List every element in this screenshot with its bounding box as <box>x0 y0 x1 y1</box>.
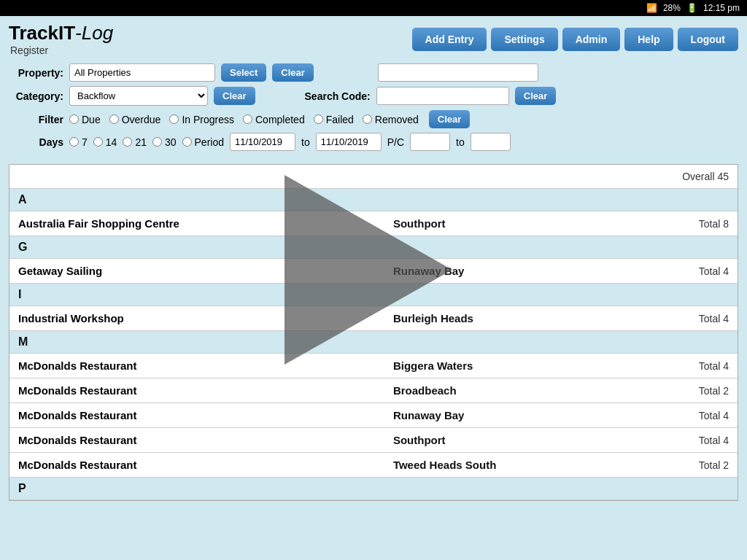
section-letter: A <box>9 189 738 211</box>
filter-removed-label: Removed <box>375 114 419 125</box>
days-row: Days 7 14 21 30 Period to P/C to <box>9 133 738 151</box>
days-21[interactable]: 21 <box>123 136 147 148</box>
row-total: Total 4 <box>638 306 738 331</box>
results-table: Overall 45 A Australia Fair Shopping Cen… <box>9 165 738 500</box>
section-header-row: G <box>9 236 738 259</box>
row-total: Total 2 <box>638 453 738 478</box>
date-to-label: to <box>301 136 310 148</box>
row-total: Total 8 <box>638 211 738 236</box>
table-row[interactable]: McDonalds Restaurant Biggera Waters Tota… <box>9 354 738 378</box>
pc-label: P/C <box>387 136 404 148</box>
days-30-label: 30 <box>165 136 177 148</box>
app-header: TrackIT-Log Register Add Entry Settings … <box>0 16 747 59</box>
days-14-radio[interactable] <box>93 137 103 147</box>
row-total: Total 4 <box>638 259 738 284</box>
days-period-radio[interactable] <box>182 137 192 147</box>
app-title: TrackIT-Log <box>9 22 113 44</box>
table-row[interactable]: McDonalds Restaurant Southport Total 4 <box>9 428 738 453</box>
filter-removed[interactable]: Removed <box>363 114 419 125</box>
section-letter: I <box>9 284 738 306</box>
days-label: Days <box>9 136 63 148</box>
days-period-label: Period <box>195 136 224 148</box>
battery-level: 28% <box>663 3 681 13</box>
days-30[interactable]: 30 <box>152 136 177 148</box>
help-button[interactable]: Help <box>624 28 673 51</box>
section-header-row: P <box>9 478 738 500</box>
filter-overdue-label: Overdue <box>122 114 161 125</box>
row-name: McDonalds Restaurant <box>9 403 384 428</box>
filter-due-label: Due <box>82 114 101 125</box>
row-location: Biggera Waters <box>384 354 638 378</box>
row-location: Runaway Bay <box>384 403 638 428</box>
status-bar: 📶 28% 🔋 12:15 pm <box>0 0 747 16</box>
days-7[interactable]: 7 <box>69 136 88 148</box>
section-header-row: M <box>9 331 738 354</box>
filter-clear-button[interactable]: Clear <box>429 110 471 128</box>
filter-failed-radio[interactable] <box>314 114 323 124</box>
days-30-radio[interactable] <box>152 137 162 147</box>
battery-icon: 🔋 <box>686 3 697 13</box>
filter-failed[interactable]: Failed <box>314 114 354 125</box>
table-row[interactable]: McDonalds Restaurant Broadbeach Total 2 <box>9 378 738 403</box>
pc-to-input[interactable] <box>471 133 511 151</box>
wifi-icon: 📶 <box>646 3 657 13</box>
category-select[interactable]: Backflow Other <box>69 86 208 106</box>
days-14[interactable]: 14 <box>93 136 117 148</box>
section-letter: P <box>9 478 738 500</box>
row-name: McDonalds Restaurant <box>9 453 384 478</box>
property-clear-button[interactable]: Clear <box>272 63 314 82</box>
settings-button[interactable]: Settings <box>491 28 557 51</box>
property-input[interactable] <box>69 63 215 82</box>
filter-inprogress-radio[interactable] <box>169 114 179 124</box>
property-extra-input[interactable] <box>378 63 538 82</box>
filter-options: Due Overdue In Progress Completed Failed… <box>69 114 419 125</box>
table-row[interactable]: Industrial Workshop Burleigh Heads Total… <box>9 306 738 331</box>
search-code-clear-button[interactable]: Clear <box>515 87 557 105</box>
date-from-input[interactable] <box>230 133 295 151</box>
days-14-label: 14 <box>106 136 117 148</box>
row-name: Getaway Sailing <box>9 259 384 284</box>
filter-label: Filter <box>9 114 63 125</box>
section-header-row: A <box>9 189 738 211</box>
days-7-radio[interactable] <box>69 137 79 147</box>
category-row: Category: Backflow Other Clear Search Co… <box>9 86 738 106</box>
logout-button[interactable]: Logout <box>678 28 738 51</box>
row-location: Runaway Bay <box>384 259 638 284</box>
nav-buttons: Add Entry Settings Admin Help Logout <box>412 28 738 51</box>
overall-row: Overall 45 <box>9 165 738 189</box>
category-clear-button[interactable]: Clear <box>214 87 255 105</box>
row-total: Total 2 <box>638 378 738 403</box>
table-row[interactable]: Getaway Sailing Runaway Bay Total 4 <box>9 259 738 284</box>
add-entry-button[interactable]: Add Entry <box>412 28 487 51</box>
filter-overdue[interactable]: Overdue <box>109 114 161 125</box>
pc-to-label: to <box>456 136 465 148</box>
table-row[interactable]: McDonalds Restaurant Tweed Heads South T… <box>9 453 738 478</box>
section-header-row: I <box>9 284 738 306</box>
filter-overdue-radio[interactable] <box>109 114 119 124</box>
filter-failed-label: Failed <box>326 114 354 125</box>
row-total: Total 4 <box>638 403 738 428</box>
search-code-input[interactable] <box>376 87 509 105</box>
days-21-radio[interactable] <box>123 137 132 147</box>
row-location: Tweed Heads South <box>384 453 638 478</box>
row-location: Burleigh Heads <box>384 306 638 331</box>
row-location: Southport <box>384 428 638 453</box>
admin-button[interactable]: Admin <box>562 28 621 51</box>
filter-completed[interactable]: Completed <box>243 114 305 125</box>
table-row[interactable]: Australia Fair Shopping Centre Southport… <box>9 211 738 236</box>
table-row[interactable]: McDonalds Restaurant Runaway Bay Total 4 <box>9 403 738 428</box>
title-block: TrackIT-Log Register <box>9 22 113 56</box>
filter-completed-radio[interactable] <box>243 114 252 124</box>
filter-due-radio[interactable] <box>69 114 79 124</box>
filter-inprogress[interactable]: In Progress <box>169 114 234 125</box>
property-row: Property: Select Clear <box>9 63 738 82</box>
row-total: Total 4 <box>638 354 738 378</box>
pc-from-input[interactable] <box>410 133 450 151</box>
date-to-input[interactable] <box>316 133 382 151</box>
filter-removed-radio[interactable] <box>363 114 372 124</box>
days-period[interactable]: Period <box>182 136 224 148</box>
property-select-button[interactable]: Select <box>221 63 266 82</box>
row-name: McDonalds Restaurant <box>9 428 384 453</box>
category-label: Category: <box>9 90 63 102</box>
filter-due[interactable]: Due <box>69 114 101 125</box>
